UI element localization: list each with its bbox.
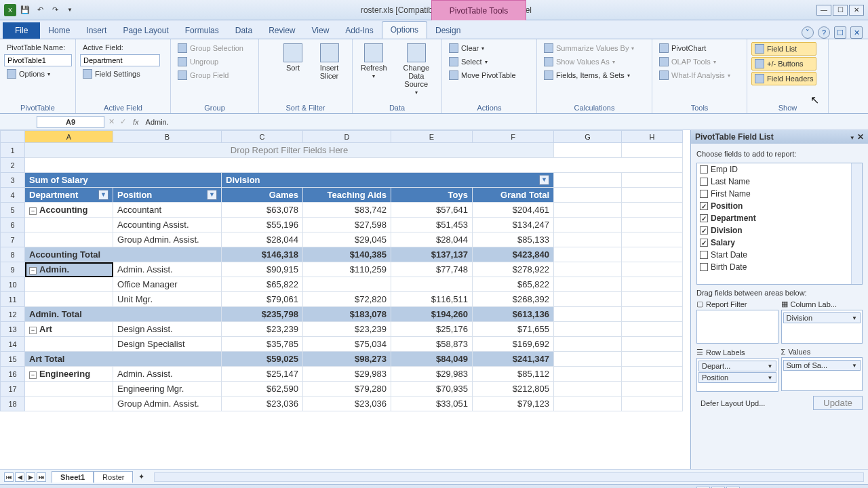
pivot-value[interactable]: $85,112 bbox=[473, 367, 554, 382]
pivot-value[interactable]: $72,820 bbox=[303, 292, 391, 307]
name-box[interactable]: A9 bbox=[37, 116, 104, 128]
area-row[interactable]: Depart...▼Position▼ bbox=[696, 358, 778, 392]
pivot-value[interactable]: $28,044 bbox=[222, 232, 303, 247]
pivot-value[interactable]: $51,453 bbox=[391, 218, 473, 232]
pivot-total-label[interactable]: Accounting Total bbox=[25, 247, 222, 262]
field-checkbox[interactable] bbox=[700, 165, 708, 174]
col-header-H[interactable]: H bbox=[622, 131, 683, 143]
department-filter-dropdown[interactable]: ▼ bbox=[98, 190, 108, 200]
sheet-tab-sheet1[interactable]: Sheet1 bbox=[52, 471, 94, 483]
move-pivottable-button[interactable]: Move PivotTable bbox=[446, 69, 519, 81]
row-header[interactable]: 5 bbox=[1, 203, 25, 218]
row-header[interactable]: 16 bbox=[1, 367, 25, 382]
fields-items-sets-button[interactable]: Fields, Items, & Sets ▾ bbox=[541, 69, 637, 81]
pivot-department-cell[interactable]: −Art bbox=[25, 322, 113, 337]
pivot-value[interactable]: $194,260 bbox=[391, 307, 473, 322]
select-all-corner[interactable] bbox=[1, 131, 25, 143]
pivot-value[interactable]: $268,392 bbox=[473, 292, 554, 307]
pivot-value[interactable]: $25,147 bbox=[222, 367, 303, 382]
col-teaching-aids[interactable]: Teaching Aids bbox=[303, 188, 391, 203]
pivot-col-field[interactable]: Division▼ bbox=[222, 173, 554, 188]
chip-department[interactable]: Depart...▼ bbox=[698, 361, 776, 371]
pivot-value[interactable]: $29,045 bbox=[303, 232, 391, 247]
pivot-department-cell[interactable]: −Engineering bbox=[25, 367, 113, 382]
pivot-value[interactable]: $33,051 bbox=[391, 396, 473, 411]
pivot-department-cell[interactable]: −Accounting bbox=[25, 203, 113, 218]
group-field-button[interactable]: Group Field bbox=[175, 69, 246, 81]
sheet-tab-roster[interactable]: Roster bbox=[94, 471, 133, 483]
chip-division[interactable]: Division▼ bbox=[783, 312, 861, 323]
field-checkbox[interactable]: ✓ bbox=[700, 226, 708, 235]
row-header[interactable]: 9 bbox=[1, 262, 25, 277]
field-checkbox[interactable] bbox=[700, 190, 708, 198]
tab-page-layout[interactable]: Page Layout bbox=[115, 22, 176, 39]
area-values[interactable]: Sum of Sa...▼ bbox=[781, 357, 863, 391]
pivot-value[interactable]: $28,044 bbox=[391, 232, 473, 247]
ungroup-button[interactable]: Ungroup bbox=[175, 56, 246, 68]
sort-desc-icon[interactable] bbox=[263, 57, 275, 69]
field-headers-toggle[interactable]: Field Headers bbox=[751, 72, 816, 85]
pivot-value[interactable]: $25,176 bbox=[391, 322, 473, 337]
col-toys[interactable]: Toys bbox=[391, 188, 473, 203]
prev-sheet-icon[interactable]: ◀ bbox=[15, 472, 24, 482]
pivot-value[interactable]: $23,036 bbox=[303, 396, 391, 411]
field-item[interactable]: Last Name bbox=[697, 176, 862, 188]
row-header[interactable]: 1 bbox=[1, 143, 25, 158]
pivot-value[interactable]: $23,036 bbox=[222, 396, 303, 411]
pivot-value[interactable]: $65,822 bbox=[222, 277, 303, 292]
field-item[interactable]: Birth Date bbox=[697, 261, 862, 273]
row-header[interactable]: 10 bbox=[1, 277, 25, 292]
cancel-formula-icon[interactable]: ✕ bbox=[106, 117, 117, 126]
field-checkbox[interactable] bbox=[700, 263, 708, 271]
active-field-input[interactable] bbox=[80, 54, 160, 66]
field-checkbox[interactable]: ✓ bbox=[700, 202, 708, 210]
pivot-department-cell[interactable] bbox=[25, 218, 113, 232]
redo-icon[interactable]: ↷ bbox=[49, 4, 61, 16]
tab-view[interactable]: View bbox=[304, 22, 338, 39]
tab-add-ins[interactable]: Add-Ins bbox=[337, 22, 381, 39]
field-checkbox[interactable] bbox=[700, 178, 708, 186]
pivot-position-cell[interactable]: Unit Mgr. bbox=[113, 292, 222, 307]
fx-icon[interactable]: fx bbox=[129, 118, 143, 126]
pivot-department-cell[interactable] bbox=[25, 277, 113, 292]
field-list-close-icon[interactable]: ✕ bbox=[857, 132, 864, 142]
pivot-value[interactable]: $79,061 bbox=[222, 292, 303, 307]
window-close-icon[interactable]: ✕ bbox=[850, 26, 863, 39]
collapse-icon[interactable]: − bbox=[29, 267, 37, 274]
sort-button[interactable]: Sort bbox=[279, 42, 307, 73]
field-item[interactable]: Emp ID bbox=[697, 163, 862, 176]
pivot-value[interactable]: $77,748 bbox=[391, 262, 473, 277]
pivot-value[interactable]: $29,983 bbox=[391, 367, 473, 382]
tab-file[interactable]: File bbox=[3, 22, 40, 39]
pivot-value[interactable]: $79,123 bbox=[473, 396, 554, 411]
first-sheet-icon[interactable]: ⏮ bbox=[4, 472, 14, 482]
collapse-icon[interactable]: − bbox=[29, 207, 37, 215]
pivot-measure[interactable]: Sum of Salary bbox=[25, 173, 222, 188]
col-header-B[interactable]: B bbox=[113, 131, 222, 143]
tab-options[interactable]: Options bbox=[382, 21, 427, 39]
pivot-value[interactable]: $140,385 bbox=[303, 247, 391, 262]
division-filter-dropdown[interactable]: ▼ bbox=[539, 175, 549, 185]
pivot-value[interactable]: $98,273 bbox=[303, 352, 391, 367]
row-header[interactable]: 13 bbox=[1, 322, 25, 337]
field-list-toggle[interactable]: Field List bbox=[751, 42, 816, 56]
pivot-value[interactable] bbox=[391, 277, 473, 292]
pivot-position-cell[interactable]: Group Admin. Assist. bbox=[113, 232, 222, 247]
pivot-value[interactable]: $29,983 bbox=[303, 367, 391, 382]
olap-tools-button[interactable]: OLAP Tools ▾ bbox=[656, 56, 733, 68]
field-checkbox[interactable]: ✓ bbox=[700, 239, 708, 247]
chip-position[interactable]: Position▼ bbox=[698, 372, 776, 383]
next-sheet-icon[interactable]: ▶ bbox=[26, 472, 35, 482]
chip-sum-of-salary[interactable]: Sum of Sa...▼ bbox=[783, 360, 861, 371]
field-checkbox[interactable]: ✓ bbox=[700, 214, 708, 222]
row-header[interactable]: 17 bbox=[1, 382, 25, 396]
row-header[interactable]: 15 bbox=[1, 352, 25, 367]
report-filter-drop[interactable]: Drop Report Filter Fields Here bbox=[25, 143, 554, 158]
row-header[interactable]: 6 bbox=[1, 218, 25, 232]
col-header-G[interactable]: G bbox=[554, 131, 622, 143]
pivot-value[interactable]: $27,598 bbox=[303, 218, 391, 232]
sort-asc-icon[interactable] bbox=[263, 42, 275, 54]
qat-dropdown-icon[interactable]: ▼ bbox=[64, 4, 76, 16]
tab-home[interactable]: Home bbox=[40, 22, 78, 39]
pivot-value[interactable]: $146,318 bbox=[222, 247, 303, 262]
